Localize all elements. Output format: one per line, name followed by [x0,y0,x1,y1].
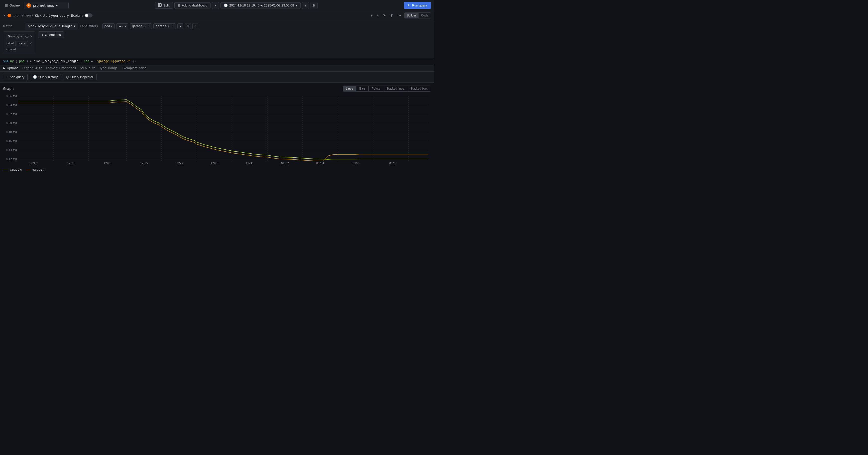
time-range-text: 2024-12-18 23:19:40 to 2025-01-08 23:05:… [229,3,294,7]
datasource-badge-label: (prometheus) [12,14,33,17]
time-prev-button[interactable]: ‹ [212,2,219,9]
query-sum-text: sum [3,60,10,63]
datasource-name: prometheus [33,3,54,7]
sum-by-label-row: Label pod ▾ ✕ [6,41,32,46]
builder-toggle-button[interactable]: Builder [404,13,418,18]
add-query-button[interactable]: + Add query [3,73,28,80]
datasource-selector[interactable]: P prometheus ▾ [24,2,69,9]
filter-value-dropdown[interactable]: ▾ [177,24,183,29]
topbar: ☰ Outline P prometheus ▾ Split ⊞ Add to … [0,0,434,11]
menu-icon: ☰ [5,3,8,7]
prometheus-small-icon [7,14,11,17]
label-field-label: Label [6,42,14,45]
show-hide-icon-button[interactable]: 👁 [382,12,387,19]
metric-selector[interactable]: block_resync_queue_length ▾ [25,23,78,29]
kick-start-button[interactable]: Kick start your query [35,14,69,18]
stacked-bars-view-button[interactable]: Stacked bars [407,86,431,91]
svg-text:8.46 Mil: 8.46 Mil [6,140,17,143]
delete-icon-button[interactable]: 🗑 [389,12,395,19]
add-label-text: Label [8,48,16,51]
remove-garage7-button[interactable]: ✕ [170,25,174,28]
garage6-line [18,99,429,159]
query-header-right: + ⎘ 👁 🗑 ⋯ Builder Code [370,12,431,19]
zoom-icon: ⊖ [313,3,315,7]
outline-button[interactable]: ☰ Outline [3,2,22,8]
legend-garage6: garage-6 [3,168,22,171]
garage6-legend-label: garage-6 [9,168,22,171]
svg-text:01/04: 01/04 [316,162,324,165]
plus-icon: + [41,33,43,37]
split-label: Split [163,3,169,7]
sum-by-dropdown[interactable]: Sum by ▾ [6,34,24,39]
remove-pod-label-button[interactable]: ✕ [29,42,32,46]
graph-area: Graph Lines Bars Points Stacked lines St… [0,83,434,228]
chevron-down-icon: ▾ [24,42,26,45]
graph-title: Graph [3,87,14,91]
metric-row: Metric block_resync_queue_length ▾ Label… [3,23,431,29]
chevron-down-icon: ▾ [56,3,58,7]
options-toggle[interactable]: ▶ Options [3,66,19,70]
garage7-filter-tag[interactable]: garage-7 ✕ [153,24,176,29]
add-query-icon-button[interactable]: + [370,12,374,19]
operations-label: Operations [45,33,61,37]
lines-view-button[interactable]: Lines [343,86,356,91]
plus-icon: + [6,75,8,79]
explain-toggle: Kick start your query Explain [35,13,93,18]
history-icon: 🕐 [33,75,37,79]
zoom-button[interactable]: ⊖ [311,2,317,9]
remove-garage6-button[interactable]: ✕ [147,25,150,28]
code-toggle-button[interactable]: Code [418,13,431,18]
stacked-lines-view-button[interactable]: Stacked lines [383,86,407,91]
sum-by-chevron-icon: ▾ [20,35,22,38]
time-next-button[interactable]: › [302,2,309,9]
chevron-down-icon: ▾ [180,25,181,28]
topbar-center: Split ⊞ Add to dashboard ‹ 🕐 2024-12-18 … [70,2,402,9]
svg-text:12/21: 12/21 [67,162,75,165]
query-history-button[interactable]: 🕐 Query history [30,73,61,80]
split-button[interactable]: Split [155,2,173,9]
sum-by-info-icon[interactable]: ⓘ [26,34,28,39]
query-inspector-button[interactable]: ◎ Query inspector [63,73,96,80]
explain-toggle-switch[interactable] [85,13,93,18]
sum-by-close-button[interactable]: ✕ [30,35,32,38]
time-range-button[interactable]: 🕐 2024-12-18 23:19:40 to 2025-01-08 23:0… [220,2,301,8]
query-paren2: ) ( [26,60,32,63]
action-row: + Add query 🕐 Query history ◎ Query insp… [0,71,434,82]
add-label-button[interactable]: + Label [6,48,32,51]
query-brace1: { [80,60,82,63]
run-query-button[interactable]: ↻ Run query [404,2,431,9]
bars-view-button[interactable]: Bars [356,86,369,91]
query-inspector-label: Query inspector [70,75,93,79]
pod-filter-key[interactable]: pod ▾ [102,24,115,29]
garage7-label: garage-7 [156,25,169,28]
graph-header: Graph Lines Bars Points Stacked lines St… [3,86,431,92]
expand-icon: ▶ [3,66,5,70]
collapse-button[interactable]: ▾ [3,13,5,18]
svg-text:12/19: 12/19 [29,162,37,165]
sum-by-container: Sum by ▾ ⓘ ✕ Label pod ▾ ✕ [3,31,35,53]
add-filter-button[interactable]: + [192,23,198,29]
add-dashboard-button[interactable]: ⊞ Add to dashboard [174,2,211,8]
exemplars-info: Exemplars: false [122,66,147,70]
operations-button[interactable]: + Operations [38,31,64,38]
query-paren1: ( [16,60,17,63]
copy-icon-button[interactable]: ⎘ [376,12,380,19]
pod-label-value: pod [18,42,23,45]
chart-svg: 8.56 Mil 8.54 Mil 8.52 Mil 8.50 Mil 8.48… [3,94,431,166]
filter-operator[interactable]: =~ ▾ [116,24,128,29]
svg-text:01/06: 01/06 [351,162,360,165]
points-view-button[interactable]: Points [369,86,383,91]
type-info: Type: Range [99,66,118,70]
garage6-filter-tag[interactable]: garage-6 ✕ [130,24,152,29]
svg-text:8.44 Mil: 8.44 Mil [6,148,17,152]
label-filters-label: Label filters [80,25,100,28]
remove-all-filters-button[interactable]: ✕ [185,23,191,29]
svg-text:12/23: 12/23 [103,162,112,165]
svg-text:8.48 Mil: 8.48 Mil [6,130,17,134]
pod-label-tag[interactable]: pod ▾ [15,41,28,46]
chevron-right-icon: › [305,3,306,7]
chevron-down-icon: ▾ [111,25,113,28]
more-options-button[interactable]: ⋯ [397,12,402,19]
query-metric-text: block_resync_queue_length [33,60,78,63]
chart-container: 8.56 Mil 8.54 Mil 8.52 Mil 8.50 Mil 8.48… [3,94,431,173]
